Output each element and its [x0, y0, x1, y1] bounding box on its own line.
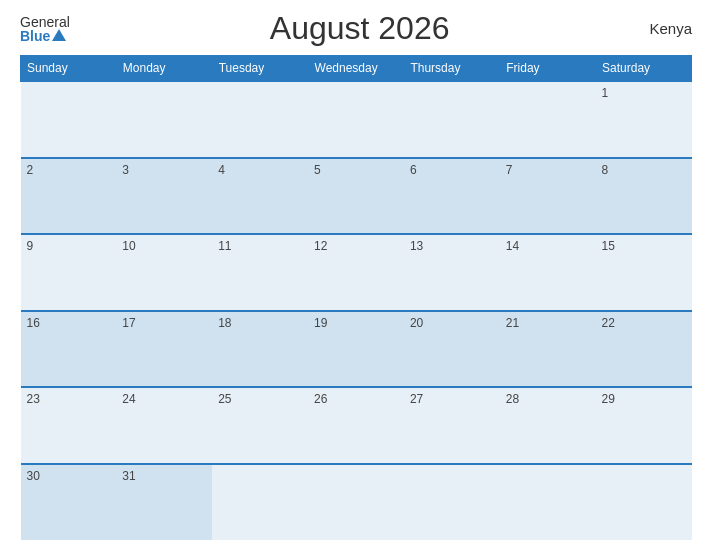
calendar-week-row: 3031 [21, 464, 692, 541]
calendar-day-cell: 24 [116, 387, 212, 464]
day-number: 6 [410, 163, 417, 177]
calendar-day-cell: 11 [212, 234, 308, 311]
day-number: 26 [314, 392, 327, 406]
calendar-day-header: Tuesday [212, 56, 308, 82]
calendar-day-cell: 10 [116, 234, 212, 311]
calendar-day-cell: 14 [500, 234, 596, 311]
day-number: 14 [506, 239, 519, 253]
calendar-day-header: Thursday [404, 56, 500, 82]
day-number: 4 [218, 163, 225, 177]
day-number: 13 [410, 239, 423, 253]
calendar-day-header: Monday [116, 56, 212, 82]
page-header: General Blue August 2026 Kenya [20, 10, 692, 47]
calendar-table: SundayMondayTuesdayWednesdayThursdayFrid… [20, 55, 692, 540]
day-number: 15 [602, 239, 615, 253]
calendar-day-cell: 15 [596, 234, 692, 311]
day-number: 29 [602, 392, 615, 406]
calendar-day-cell: 31 [116, 464, 212, 541]
day-number: 25 [218, 392, 231, 406]
calendar-body: 1234567891011121314151617181920212223242… [21, 81, 692, 540]
calendar-day-cell: 21 [500, 311, 596, 388]
calendar-day-header: Saturday [596, 56, 692, 82]
calendar-day-cell [21, 81, 117, 158]
day-number: 5 [314, 163, 321, 177]
calendar-day-cell: 25 [212, 387, 308, 464]
day-number: 2 [27, 163, 34, 177]
calendar-week-row: 23242526272829 [21, 387, 692, 464]
calendar-week-row: 2345678 [21, 158, 692, 235]
day-number: 30 [27, 469, 40, 483]
day-number: 10 [122, 239, 135, 253]
calendar-day-cell [212, 464, 308, 541]
day-number: 18 [218, 316, 231, 330]
calendar-day-header: Wednesday [308, 56, 404, 82]
day-number: 19 [314, 316, 327, 330]
calendar-week-row: 9101112131415 [21, 234, 692, 311]
calendar-day-header: Friday [500, 56, 596, 82]
day-number: 9 [27, 239, 34, 253]
calendar-day-cell: 5 [308, 158, 404, 235]
day-number: 17 [122, 316, 135, 330]
day-number: 7 [506, 163, 513, 177]
logo-general-text: General [20, 15, 70, 29]
day-number: 11 [218, 239, 231, 253]
calendar-day-cell: 30 [21, 464, 117, 541]
calendar-day-cell: 12 [308, 234, 404, 311]
calendar-week-row: 16171819202122 [21, 311, 692, 388]
calendar-day-cell: 9 [21, 234, 117, 311]
calendar-day-cell: 3 [116, 158, 212, 235]
calendar-day-cell [404, 81, 500, 158]
calendar-day-cell [500, 464, 596, 541]
day-number: 1 [602, 86, 609, 100]
calendar-day-cell: 8 [596, 158, 692, 235]
calendar-day-cell [404, 464, 500, 541]
page-title: August 2026 [270, 10, 450, 47]
calendar-day-cell: 27 [404, 387, 500, 464]
day-number: 23 [27, 392, 40, 406]
calendar-day-cell: 19 [308, 311, 404, 388]
calendar-day-cell [596, 464, 692, 541]
day-number: 3 [122, 163, 129, 177]
country-label: Kenya [649, 20, 692, 37]
calendar-day-cell [212, 81, 308, 158]
calendar-day-cell: 6 [404, 158, 500, 235]
day-number: 28 [506, 392, 519, 406]
calendar-day-cell: 23 [21, 387, 117, 464]
day-number: 22 [602, 316, 615, 330]
calendar-day-header: Sunday [21, 56, 117, 82]
calendar-day-cell: 28 [500, 387, 596, 464]
calendar-day-cell [500, 81, 596, 158]
calendar-day-cell: 7 [500, 158, 596, 235]
day-number: 20 [410, 316, 423, 330]
logo-blue-text: Blue [20, 29, 66, 43]
calendar-day-cell: 22 [596, 311, 692, 388]
calendar-day-cell [308, 81, 404, 158]
calendar-day-cell: 29 [596, 387, 692, 464]
calendar-header-row: SundayMondayTuesdayWednesdayThursdayFrid… [21, 56, 692, 82]
calendar-day-cell [308, 464, 404, 541]
day-number: 31 [122, 469, 135, 483]
calendar-day-cell: 26 [308, 387, 404, 464]
calendar-day-cell: 17 [116, 311, 212, 388]
day-number: 12 [314, 239, 327, 253]
logo-triangle-icon [52, 29, 66, 41]
day-number: 16 [27, 316, 40, 330]
logo: General Blue [20, 15, 70, 43]
calendar-day-cell: 4 [212, 158, 308, 235]
day-number: 24 [122, 392, 135, 406]
calendar-day-cell [116, 81, 212, 158]
calendar-day-cell: 16 [21, 311, 117, 388]
day-number: 27 [410, 392, 423, 406]
calendar-day-cell: 20 [404, 311, 500, 388]
calendar-day-cell: 13 [404, 234, 500, 311]
calendar-day-cell: 1 [596, 81, 692, 158]
calendar-day-cell: 2 [21, 158, 117, 235]
day-number: 8 [602, 163, 609, 177]
calendar-day-cell: 18 [212, 311, 308, 388]
day-number: 21 [506, 316, 519, 330]
calendar-week-row: 1 [21, 81, 692, 158]
